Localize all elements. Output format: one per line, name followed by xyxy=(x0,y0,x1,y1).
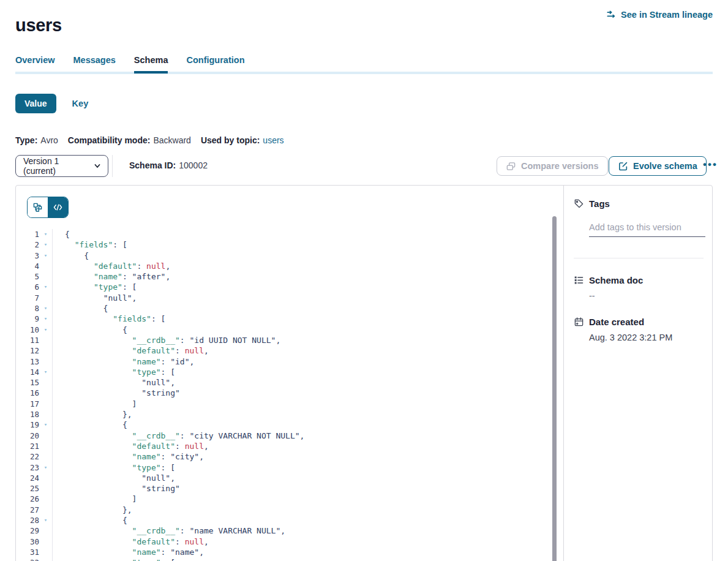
code-text: "fields": [ xyxy=(52,314,549,324)
code-text: "null", xyxy=(52,473,549,483)
code-text: "type": [ xyxy=(52,367,549,377)
line-number: 19 xyxy=(16,420,39,430)
fold-toggle-icon[interactable]: ▾ xyxy=(39,557,52,561)
evolve-schema-label: Evolve schema xyxy=(633,161,697,171)
topic-link[interactable]: users xyxy=(263,135,283,145)
tab-messages[interactable]: Messages xyxy=(73,55,116,73)
fold-gutter xyxy=(39,431,52,441)
line-number: 22 xyxy=(16,451,39,462)
fold-gutter xyxy=(39,293,52,303)
date-created-value: Aug. 3 2022 3:21 PM xyxy=(589,333,672,342)
line-number: 1 xyxy=(16,229,39,239)
code-line: 31 "name": "name", xyxy=(16,547,549,557)
code-line: 7 "null", xyxy=(16,293,549,303)
chevron-down-icon xyxy=(94,162,101,170)
stream-lineage-icon xyxy=(606,9,617,20)
key-toggle-button[interactable]: Key xyxy=(72,99,89,108)
code-line: 24 "null", xyxy=(16,473,549,483)
type-label: Type: xyxy=(15,135,37,145)
code-text: "default": null, xyxy=(52,345,549,356)
code-lines: 1▾{2▾ "fields": [3▾ {4 "default": null,5… xyxy=(16,229,549,561)
tab-configuration[interactable]: Configuration xyxy=(186,55,244,73)
fold-toggle-icon[interactable]: ▾ xyxy=(39,282,52,292)
fold-toggle-icon[interactable]: ▾ xyxy=(39,239,52,250)
tree-view-icon[interactable] xyxy=(28,197,48,217)
schema-id-value: 100002 xyxy=(179,160,208,170)
schema-panel: 1▾{2▾ "fields": [3▾ {4 "default": null,5… xyxy=(15,185,713,561)
code-text: "name": "city", xyxy=(52,451,549,462)
code-line: 22 "name": "city", xyxy=(16,451,549,462)
fold-toggle-icon[interactable]: ▾ xyxy=(39,250,52,261)
code-text: "null", xyxy=(52,293,549,303)
line-number: 8 xyxy=(16,303,39,314)
more-options-button[interactable]: ••• xyxy=(700,155,720,175)
line-number: 23 xyxy=(16,462,39,473)
calendar-plus-icon xyxy=(574,317,584,327)
compare-versions-label: Compare versions xyxy=(521,161,599,171)
code-line: 3▾ { xyxy=(16,250,549,261)
evolve-schema-button[interactable]: Evolve schema xyxy=(609,156,707,176)
code-text: "default": null, xyxy=(52,537,549,547)
code-text: "type": [ xyxy=(52,557,549,561)
code-view-icon[interactable] xyxy=(48,197,68,217)
fold-toggle-icon[interactable]: ▾ xyxy=(39,515,52,525)
line-number: 13 xyxy=(16,356,39,367)
code-line: 21 "default": null, xyxy=(16,441,549,451)
code-line: 29 "__crdb__": "name VARCHAR NULL", xyxy=(16,525,549,536)
schema-meta-line: Type: Avro Compatibility mode: Backward … xyxy=(15,135,284,145)
line-number: 28 xyxy=(16,515,39,525)
code-line: 27 }, xyxy=(16,505,549,515)
fold-toggle-icon[interactable]: ▾ xyxy=(39,420,52,430)
editor-scrollbar-thumb[interactable] xyxy=(552,216,557,561)
code-text: "string" xyxy=(52,388,549,398)
code-line: 11 "__crdb__": "id UUID NOT NULL", xyxy=(16,335,549,345)
fold-toggle-icon[interactable]: ▾ xyxy=(39,314,52,324)
schema-id-label: Schema ID: xyxy=(129,160,176,170)
fold-gutter xyxy=(39,356,52,367)
code-line: 20 "__crdb__": "city VARCHAR NOT NULL", xyxy=(16,431,549,441)
editor-view-toggle xyxy=(27,197,69,218)
code-line: 16 "string" xyxy=(16,388,549,398)
topic-tabs: Overview Messages Schema Configuration xyxy=(15,55,245,73)
fold-toggle-icon[interactable]: ▾ xyxy=(39,367,52,377)
version-select[interactable]: Version 1 (current) xyxy=(15,155,108,177)
code-line: 17 ] xyxy=(16,399,549,409)
fold-gutter xyxy=(39,494,52,504)
line-number: 12 xyxy=(16,345,39,356)
value-toggle-button[interactable]: Value xyxy=(15,94,56,113)
schema-doc-value: -- xyxy=(589,291,595,301)
sidebar-divider xyxy=(574,258,704,258)
add-tags-input[interactable] xyxy=(589,221,705,237)
fold-toggle-icon[interactable]: ▾ xyxy=(39,325,52,335)
lineage-link-label: See in Stream lineage xyxy=(621,10,713,20)
code-text: ] xyxy=(52,399,549,409)
code-text: { xyxy=(52,229,549,239)
line-number: 17 xyxy=(16,399,39,409)
line-number: 11 xyxy=(16,335,39,345)
see-in-stream-lineage-link[interactable]: See in Stream lineage xyxy=(606,9,713,20)
line-number: 5 xyxy=(16,271,39,282)
code-text: { xyxy=(52,325,549,335)
fold-gutter xyxy=(39,537,52,547)
fold-toggle-icon[interactable]: ▾ xyxy=(39,462,52,473)
code-line: 15 "null", xyxy=(16,377,549,388)
tab-schema[interactable]: Schema xyxy=(134,55,168,73)
code-line: 10▾ { xyxy=(16,325,549,335)
fold-gutter xyxy=(39,271,52,282)
code-text: "default": null, xyxy=(52,441,549,451)
code-text: ] xyxy=(52,494,549,504)
fold-gutter xyxy=(39,473,52,483)
fold-toggle-icon[interactable]: ▾ xyxy=(39,229,52,239)
used-by-topic-label: Used by topic: xyxy=(201,135,260,145)
compare-versions-icon xyxy=(506,161,516,171)
fold-gutter xyxy=(39,547,52,557)
line-number: 7 xyxy=(16,293,39,303)
compare-versions-button[interactable]: Compare versions xyxy=(497,156,608,176)
code-line: 28▾ { xyxy=(16,515,549,525)
code-line: 18 }, xyxy=(16,409,549,420)
tab-overview[interactable]: Overview xyxy=(15,55,55,73)
code-text: "string" xyxy=(52,483,549,494)
fold-toggle-icon[interactable]: ▾ xyxy=(39,303,52,314)
code-text: "name": "name", xyxy=(52,547,549,557)
fold-gutter xyxy=(39,388,52,398)
